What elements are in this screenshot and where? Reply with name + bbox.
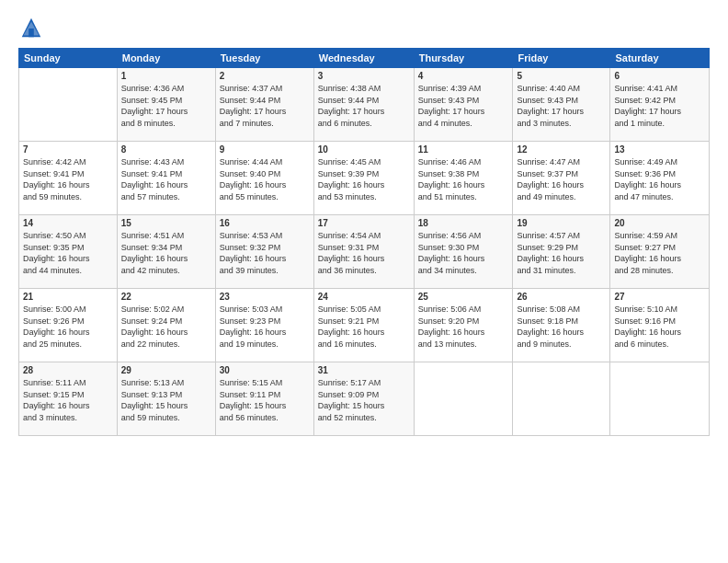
day-cell: 5Sunrise: 4:40 AM Sunset: 9:43 PM Daylig… <box>513 68 610 142</box>
day-number: 25 <box>418 292 509 302</box>
day-info: Sunrise: 4:56 AM Sunset: 9:30 PM Dayligh… <box>418 230 509 276</box>
week-row-4: 21Sunrise: 5:00 AM Sunset: 9:26 PM Dayli… <box>19 289 710 362</box>
day-info: Sunrise: 4:59 AM Sunset: 9:27 PM Dayligh… <box>614 230 705 276</box>
day-cell: 21Sunrise: 5:00 AM Sunset: 9:26 PM Dayli… <box>19 289 118 362</box>
day-cell: 28Sunrise: 5:11 AM Sunset: 9:15 PM Dayli… <box>19 362 118 436</box>
day-number: 27 <box>614 292 705 302</box>
day-info: Sunrise: 4:38 AM Sunset: 9:44 PM Dayligh… <box>318 83 410 129</box>
day-number: 29 <box>121 365 211 375</box>
day-number: 5 <box>517 71 606 81</box>
day-number: 24 <box>318 292 410 302</box>
week-row-5: 28Sunrise: 5:11 AM Sunset: 9:15 PM Dayli… <box>19 362 710 436</box>
day-info: Sunrise: 4:43 AM Sunset: 9:41 PM Dayligh… <box>121 156 211 202</box>
day-number: 15 <box>121 218 211 228</box>
day-info: Sunrise: 5:08 AM Sunset: 9:18 PM Dayligh… <box>517 304 606 350</box>
column-header-monday: Monday <box>117 49 215 68</box>
day-info: Sunrise: 5:03 AM Sunset: 9:23 PM Dayligh… <box>220 304 310 350</box>
calendar-table: SundayMondayTuesdayWednesdayThursdayFrid… <box>18 48 710 436</box>
day-number: 20 <box>614 218 705 228</box>
day-info: Sunrise: 4:37 AM Sunset: 9:44 PM Dayligh… <box>220 83 310 129</box>
day-cell: 4Sunrise: 4:39 AM Sunset: 9:43 PM Daylig… <box>414 68 513 142</box>
day-cell: 26Sunrise: 5:08 AM Sunset: 9:18 PM Dayli… <box>513 289 610 362</box>
day-number: 1 <box>121 71 211 81</box>
day-info: Sunrise: 4:36 AM Sunset: 9:45 PM Dayligh… <box>121 83 211 129</box>
day-number: 30 <box>220 365 310 375</box>
day-cell: 14Sunrise: 4:50 AM Sunset: 9:35 PM Dayli… <box>19 215 118 289</box>
logo <box>18 15 46 40</box>
day-info: Sunrise: 4:57 AM Sunset: 9:29 PM Dayligh… <box>517 230 606 276</box>
day-number: 16 <box>220 218 310 228</box>
day-info: Sunrise: 5:02 AM Sunset: 9:24 PM Dayligh… <box>121 304 211 350</box>
day-info: Sunrise: 4:44 AM Sunset: 9:40 PM Dayligh… <box>220 156 310 202</box>
column-header-saturday: Saturday <box>610 49 710 68</box>
svg-rect-2 <box>28 29 34 37</box>
day-info: Sunrise: 5:10 AM Sunset: 9:16 PM Dayligh… <box>614 304 705 350</box>
day-number: 12 <box>517 144 606 155</box>
day-number: 8 <box>121 144 211 155</box>
day-info: Sunrise: 5:00 AM Sunset: 9:26 PM Dayligh… <box>23 304 113 350</box>
day-info: Sunrise: 4:41 AM Sunset: 9:42 PM Dayligh… <box>614 83 705 129</box>
column-header-tuesday: Tuesday <box>215 49 313 68</box>
day-info: Sunrise: 5:13 AM Sunset: 9:13 PM Dayligh… <box>121 377 211 423</box>
day-cell: 24Sunrise: 5:05 AM Sunset: 9:21 PM Dayli… <box>313 289 414 362</box>
header <box>18 15 710 40</box>
week-row-3: 14Sunrise: 4:50 AM Sunset: 9:35 PM Dayli… <box>19 215 710 289</box>
day-info: Sunrise: 4:39 AM Sunset: 9:43 PM Dayligh… <box>418 83 509 129</box>
day-number: 19 <box>517 218 606 228</box>
day-info: Sunrise: 4:40 AM Sunset: 9:43 PM Dayligh… <box>517 83 606 129</box>
day-info: Sunrise: 4:49 AM Sunset: 9:36 PM Dayligh… <box>614 156 705 202</box>
day-info: Sunrise: 5:15 AM Sunset: 9:11 PM Dayligh… <box>220 377 310 423</box>
day-info: Sunrise: 5:17 AM Sunset: 9:09 PM Dayligh… <box>318 377 410 423</box>
day-info: Sunrise: 5:05 AM Sunset: 9:21 PM Dayligh… <box>318 304 410 350</box>
day-cell: 9Sunrise: 4:44 AM Sunset: 9:40 PM Daylig… <box>215 142 313 215</box>
column-header-wednesday: Wednesday <box>313 49 414 68</box>
day-number: 10 <box>318 144 410 155</box>
column-header-thursday: Thursday <box>414 49 513 68</box>
day-cell: 11Sunrise: 4:46 AM Sunset: 9:38 PM Dayli… <box>414 142 513 215</box>
day-cell: 1Sunrise: 4:36 AM Sunset: 9:45 PM Daylig… <box>117 68 215 142</box>
day-cell: 2Sunrise: 4:37 AM Sunset: 9:44 PM Daylig… <box>215 68 313 142</box>
day-cell: 8Sunrise: 4:43 AM Sunset: 9:41 PM Daylig… <box>117 142 215 215</box>
column-header-friday: Friday <box>513 49 610 68</box>
day-cell: 22Sunrise: 5:02 AM Sunset: 9:24 PM Dayli… <box>117 289 215 362</box>
day-cell: 18Sunrise: 4:56 AM Sunset: 9:30 PM Dayli… <box>414 215 513 289</box>
day-info: Sunrise: 5:06 AM Sunset: 9:20 PM Dayligh… <box>418 304 509 350</box>
day-info: Sunrise: 4:47 AM Sunset: 9:37 PM Dayligh… <box>517 156 606 202</box>
column-header-sunday: Sunday <box>19 49 118 68</box>
day-cell: 17Sunrise: 4:54 AM Sunset: 9:31 PM Dayli… <box>313 215 414 289</box>
day-number: 17 <box>318 218 410 228</box>
day-number: 18 <box>418 218 509 228</box>
day-number: 21 <box>23 292 113 302</box>
day-cell: 12Sunrise: 4:47 AM Sunset: 9:37 PM Dayli… <box>513 142 610 215</box>
day-cell: 10Sunrise: 4:45 AM Sunset: 9:39 PM Dayli… <box>313 142 414 215</box>
day-cell <box>414 362 513 436</box>
day-number: 23 <box>220 292 310 302</box>
day-cell: 25Sunrise: 5:06 AM Sunset: 9:20 PM Dayli… <box>414 289 513 362</box>
day-number: 22 <box>121 292 211 302</box>
calendar-page: SundayMondayTuesdayWednesdayThursdayFrid… <box>0 0 728 563</box>
day-cell: 6Sunrise: 4:41 AM Sunset: 9:42 PM Daylig… <box>610 68 710 142</box>
day-number: 14 <box>23 218 113 228</box>
day-cell: 27Sunrise: 5:10 AM Sunset: 9:16 PM Dayli… <box>610 289 710 362</box>
day-number: 2 <box>220 71 310 81</box>
column-headers: SundayMondayTuesdayWednesdayThursdayFrid… <box>19 49 710 68</box>
day-number: 6 <box>614 71 705 81</box>
day-number: 31 <box>318 365 410 375</box>
day-info: Sunrise: 4:46 AM Sunset: 9:38 PM Dayligh… <box>418 156 509 202</box>
day-info: Sunrise: 4:53 AM Sunset: 9:32 PM Dayligh… <box>220 230 310 276</box>
day-cell: 3Sunrise: 4:38 AM Sunset: 9:44 PM Daylig… <box>313 68 414 142</box>
day-cell: 19Sunrise: 4:57 AM Sunset: 9:29 PM Dayli… <box>513 215 610 289</box>
day-cell: 30Sunrise: 5:15 AM Sunset: 9:11 PM Dayli… <box>215 362 313 436</box>
day-info: Sunrise: 4:54 AM Sunset: 9:31 PM Dayligh… <box>318 230 410 276</box>
week-row-1: 1Sunrise: 4:36 AM Sunset: 9:45 PM Daylig… <box>19 68 710 142</box>
day-cell: 7Sunrise: 4:42 AM Sunset: 9:41 PM Daylig… <box>19 142 118 215</box>
day-cell <box>19 68 118 142</box>
logo-icon <box>18 15 44 40</box>
day-cell: 13Sunrise: 4:49 AM Sunset: 9:36 PM Dayli… <box>610 142 710 215</box>
day-number: 11 <box>418 144 509 155</box>
day-cell: 31Sunrise: 5:17 AM Sunset: 9:09 PM Dayli… <box>313 362 414 436</box>
day-info: Sunrise: 4:51 AM Sunset: 9:34 PM Dayligh… <box>121 230 211 276</box>
day-number: 13 <box>614 144 705 155</box>
day-cell <box>513 362 610 436</box>
day-cell: 20Sunrise: 4:59 AM Sunset: 9:27 PM Dayli… <box>610 215 710 289</box>
